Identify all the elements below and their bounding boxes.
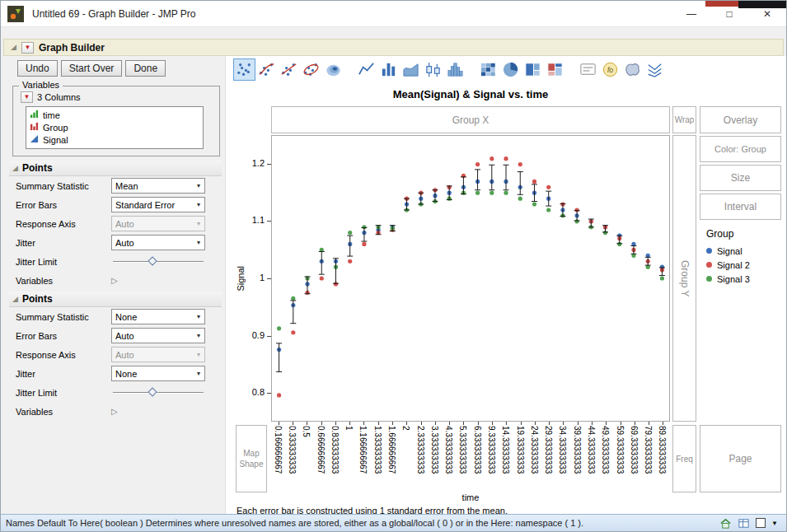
drop-zone-page[interactable]: Page xyxy=(700,425,781,492)
drop-zone-color[interactable]: Color: Group xyxy=(700,136,781,162)
disclosure-closed-icon[interactable]: ▷ xyxy=(111,407,118,416)
columns-red-triangle-menu[interactable]: ▼ xyxy=(21,91,33,103)
toolbar-caption-box-icon[interactable] xyxy=(577,58,599,81)
point-signal-3[interactable] xyxy=(277,326,281,330)
data-table-icon[interactable] xyxy=(738,517,750,530)
toolbar-histogram-icon[interactable] xyxy=(444,58,466,81)
jitter-limit-control xyxy=(111,254,212,269)
summary-statistic-dropdown[interactable]: Mean▾ xyxy=(111,178,205,194)
legend-item-signal-3[interactable]: Signal 3 xyxy=(706,272,782,286)
toolbar-map-shapes-icon[interactable] xyxy=(621,58,644,81)
legend-item-signal-2[interactable]: Signal 2 xyxy=(706,258,782,272)
drop-zone-map-shape[interactable]: Map Shape xyxy=(236,425,267,492)
drop-zone-wrap[interactable]: Wrap xyxy=(672,106,696,133)
point-signal-2[interactable] xyxy=(475,162,480,166)
toolbar-points-icon[interactable] xyxy=(233,58,255,81)
error-bars-label: Error Bars xyxy=(16,200,57,210)
legend-item-signal[interactable]: Signal xyxy=(706,244,782,258)
jitter-limit-slider[interactable] xyxy=(111,385,205,400)
toolbar-ellipse-icon[interactable] xyxy=(300,58,322,81)
toolbar-contour-icon[interactable] xyxy=(322,58,344,81)
jitter-dropdown[interactable]: Auto▾ xyxy=(111,235,205,250)
disclosure-closed-icon[interactable]: ▷ xyxy=(111,276,118,285)
point-signal-2[interactable] xyxy=(348,259,352,264)
toolbar-line-icon[interactable] xyxy=(355,58,377,81)
point-signal-2[interactable] xyxy=(518,162,522,166)
column-item-signal[interactable]: Signal xyxy=(30,133,199,146)
point-signal-2[interactable] xyxy=(504,156,508,161)
drop-zone-group-y[interactable]: Group Y xyxy=(672,135,696,422)
x-tick-mark xyxy=(449,422,450,425)
toolbar-heatmap-icon[interactable] xyxy=(477,58,499,81)
response-axis-control: Auto▾ xyxy=(111,347,212,362)
toolbar-box-plot-icon[interactable] xyxy=(422,58,444,81)
x-axis-title[interactable]: time xyxy=(271,492,670,502)
toolbar-area-icon[interactable] xyxy=(400,58,422,81)
point-signal-2[interactable] xyxy=(490,156,494,161)
point-signal-2[interactable] xyxy=(362,242,366,246)
undo-button[interactable]: Undo xyxy=(17,60,58,77)
point-signal-3[interactable] xyxy=(518,197,522,201)
summary-statistic-dropdown[interactable]: None▾ xyxy=(111,309,205,324)
jitter-dropdown[interactable]: None▾ xyxy=(111,366,205,381)
jitter-limit-slider[interactable] xyxy=(111,254,205,269)
jitter-label: Jitter xyxy=(16,238,35,248)
red-triangle-menu-button[interactable]: ▼ xyxy=(21,42,34,54)
start-over-button[interactable]: Start Over xyxy=(61,60,123,77)
point-signal-2[interactable] xyxy=(532,180,536,184)
column-item-time[interactable]: time xyxy=(30,109,199,121)
x-tick-label: 79.33333333 xyxy=(644,426,653,474)
point-signal-3[interactable] xyxy=(532,202,536,206)
point-signal-3[interactable] xyxy=(660,276,664,280)
point-signal-2[interactable] xyxy=(546,185,550,189)
x-tick-label: 69.33333333 xyxy=(630,426,639,474)
error-bars-dropdown[interactable]: Auto▾ xyxy=(111,328,205,343)
slider-thumb[interactable] xyxy=(148,387,157,396)
graph-builder-outline-header[interactable]: ◢ ▼ Graph Builder xyxy=(3,39,784,56)
error-bars-dropdown[interactable]: Standard Error▾ xyxy=(111,197,205,212)
points-panel-header-1[interactable]: ◢Points xyxy=(9,161,222,176)
point-signal-2[interactable] xyxy=(291,330,295,334)
points-panel-header-2[interactable]: ◢Points xyxy=(9,292,222,307)
status-checkbox[interactable] xyxy=(756,518,766,528)
home-window-icon[interactable] xyxy=(719,517,732,530)
minimize-icon: — xyxy=(686,8,696,20)
drop-zone-overlay[interactable]: Overlay xyxy=(700,106,781,133)
point-signal-3[interactable] xyxy=(475,191,480,195)
done-button[interactable]: Done xyxy=(125,60,166,77)
variables-control: ▷ xyxy=(111,407,212,416)
drop-zone-group-x[interactable]: Group X xyxy=(271,106,670,133)
drop-zone-interval[interactable]: Interval xyxy=(700,194,781,220)
toolbar-line-of-fit-icon[interactable] xyxy=(278,58,300,81)
slider-thumb[interactable] xyxy=(148,256,157,265)
toolbar-treemap-icon[interactable] xyxy=(522,58,544,81)
toolbar-mosaic-icon[interactable] xyxy=(544,58,566,81)
toolbar-pie-icon[interactable] xyxy=(499,58,522,81)
response-axis-dropdown[interactable]: Auto▾ xyxy=(111,347,205,362)
chart-type-toolbar: fo xyxy=(233,58,666,81)
point-signal-2[interactable] xyxy=(277,393,281,397)
toolbar-bar-icon[interactable] xyxy=(377,58,400,81)
point-signal-2[interactable] xyxy=(320,276,324,280)
drop-zone-freq[interactable]: Freq xyxy=(672,425,696,492)
point-signal-3[interactable] xyxy=(504,191,508,195)
toolbar-smoother-icon[interactable] xyxy=(255,58,278,81)
point-signal-3[interactable] xyxy=(490,191,494,195)
disclosure-open-icon[interactable]: ◢ xyxy=(11,44,16,51)
status-dropdown-arrow-icon[interactable]: ▼ xyxy=(771,520,778,527)
scatter-plot[interactable] xyxy=(272,136,669,421)
point-signal-3[interactable] xyxy=(348,231,352,235)
response-axis-dropdown[interactable]: Auto▾ xyxy=(111,216,205,231)
summary-statistic-label: Summary Statistic xyxy=(16,312,89,322)
plot-area[interactable] xyxy=(271,135,670,422)
column-item-group[interactable]: Group xyxy=(30,121,199,133)
toolbar-parallel-icon[interactable] xyxy=(644,58,666,81)
drop-zone-size[interactable]: Size xyxy=(700,165,781,191)
point-signal-3[interactable] xyxy=(291,296,295,301)
chevron-down-icon: ▾ xyxy=(193,332,204,339)
toolbar-formula-icon[interactable]: fo xyxy=(599,58,621,81)
point-signal-3[interactable] xyxy=(546,208,550,212)
y-tick-label: 0.9 xyxy=(233,330,265,340)
columns-list[interactable]: timeGroupSignal xyxy=(26,106,204,149)
legend-items: SignalSignal 2Signal 3 xyxy=(706,244,782,286)
